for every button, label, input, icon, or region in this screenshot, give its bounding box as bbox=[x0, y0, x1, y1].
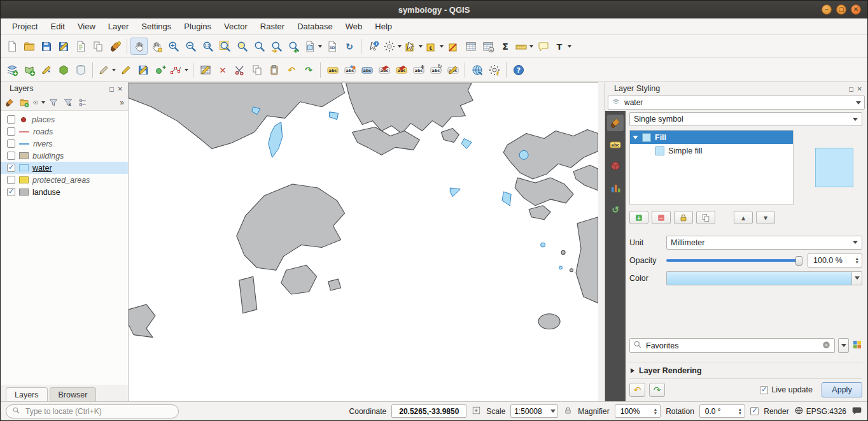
text-annotation-icon[interactable]: T bbox=[552, 38, 573, 55]
symbol-search-box[interactable]: Favorites ✕ bbox=[629, 338, 835, 353]
layer-item-places[interactable]: places bbox=[1, 113, 128, 125]
layer-diagram-icon[interactable]: abc bbox=[341, 61, 358, 78]
symbol-tree-item-fill[interactable]: Fill bbox=[630, 131, 793, 144]
apply-button[interactable]: Apply bbox=[822, 382, 862, 397]
map-tips-icon[interactable] bbox=[535, 38, 552, 55]
layer-name[interactable]: water bbox=[32, 164, 52, 173]
close-button-icon[interactable]: ✕ bbox=[851, 4, 861, 15]
processing-toolbox-icon[interactable] bbox=[486, 61, 503, 78]
slider-handle[interactable] bbox=[795, 256, 802, 266]
menu-project[interactable]: Project bbox=[6, 19, 44, 34]
open-attribute-table-icon[interactable] bbox=[462, 38, 479, 55]
add-vector-layer-icon[interactable]: + bbox=[20, 61, 38, 78]
symbol-group-dropdown-button[interactable] bbox=[838, 338, 849, 353]
unit-combo[interactable]: Millimeter bbox=[666, 236, 862, 250]
lock-symbol-layer-button[interactable] bbox=[674, 211, 693, 224]
run-feature-action-icon[interactable] bbox=[382, 38, 403, 55]
symbol-tree-item-simple-fill[interactable]: Simple fill bbox=[630, 144, 793, 157]
scale-input[interactable] bbox=[511, 406, 550, 417]
highlight-pinned-labels-icon[interactable]: abc bbox=[393, 61, 410, 78]
coordinate-input[interactable] bbox=[391, 404, 466, 418]
help-icon[interactable]: ? bbox=[510, 61, 527, 78]
zoom-to-layer-icon[interactable] bbox=[251, 38, 268, 55]
minimize-button-icon[interactable]: − bbox=[822, 4, 832, 15]
crs-status[interactable]: EPSG:4326 bbox=[794, 406, 846, 417]
symbol-type-combo[interactable]: Single symbol bbox=[629, 112, 862, 126]
measure-line-icon[interactable] bbox=[514, 38, 535, 55]
layer-visibility-checkbox[interactable] bbox=[7, 152, 15, 160]
layer-item-protected_areas[interactable]: protected_areas bbox=[1, 174, 128, 186]
layer-visibility-checkbox[interactable] bbox=[7, 139, 15, 148]
color-dropdown-button[interactable] bbox=[851, 271, 862, 285]
zoom-to-selection-icon[interactable] bbox=[234, 38, 251, 55]
layer-item-landuse[interactable]: landuse bbox=[1, 186, 128, 198]
toolbar-overflow-button[interactable]: » bbox=[120, 98, 125, 107]
menu-edit[interactable]: Edit bbox=[44, 19, 71, 34]
open-layer-styling-icon[interactable] bbox=[3, 96, 16, 109]
rotate-label-icon[interactable]: abc↻ bbox=[427, 61, 444, 78]
maximize-button-icon[interactable]: ▢ bbox=[836, 4, 846, 15]
zoom-in-icon[interactable]: + bbox=[165, 38, 182, 55]
extent-toggle-icon[interactable] bbox=[472, 406, 481, 417]
styling-tab-diagrams-icon[interactable] bbox=[607, 180, 624, 196]
current-edits-icon[interactable] bbox=[96, 61, 117, 78]
toggle-editing-icon[interactable] bbox=[117, 61, 134, 78]
rotation-input[interactable] bbox=[704, 406, 737, 417]
live-update-checkbox[interactable] bbox=[760, 386, 768, 394]
cut-features-icon[interactable] bbox=[231, 61, 248, 78]
move-label-icon[interactable]: abc bbox=[410, 61, 427, 78]
menu-vector[interactable]: Vector bbox=[218, 19, 254, 34]
new-3d-map-view-icon[interactable]: 3D bbox=[323, 38, 340, 55]
undo-icon[interactable]: ↶ bbox=[283, 61, 300, 78]
log-messages-icon[interactable] bbox=[851, 405, 862, 418]
save-layer-edits-icon[interactable] bbox=[134, 61, 151, 78]
pan-map-icon[interactable] bbox=[130, 38, 148, 55]
expand-icon[interactable] bbox=[633, 136, 638, 139]
vertex-tool-icon[interactable] bbox=[169, 61, 190, 78]
open-project-icon[interactable] bbox=[20, 38, 38, 55]
locate-search-input[interactable] bbox=[24, 406, 172, 417]
styling-tab-3d-view-icon[interactable] bbox=[607, 158, 624, 175]
new-geopackage-layer-icon[interactable] bbox=[55, 61, 72, 78]
open-field-calculator-icon[interactable]: = bbox=[479, 38, 496, 55]
layer-visibility-checkbox[interactable] bbox=[7, 115, 15, 124]
panel-tab-browser[interactable]: Browser bbox=[50, 387, 97, 401]
layer-visibility-checkbox[interactable] bbox=[7, 164, 15, 172]
new-map-view-icon[interactable] bbox=[302, 38, 323, 55]
paste-features-icon[interactable] bbox=[265, 61, 283, 78]
layer-name[interactable]: rivers bbox=[33, 139, 53, 148]
layer-labeling-icon[interactable]: abc bbox=[324, 61, 341, 78]
new-shapefile-layer-icon[interactable] bbox=[38, 61, 55, 78]
collapsed-arrow-icon[interactable] bbox=[631, 368, 634, 373]
layer-rendering-section[interactable]: Layer Rendering bbox=[629, 362, 862, 378]
menu-plugins[interactable]: Plugins bbox=[178, 19, 218, 34]
zoom-full-icon[interactable] bbox=[216, 38, 234, 55]
color-button[interactable] bbox=[666, 271, 862, 285]
menu-web[interactable]: Web bbox=[339, 19, 369, 34]
close-panel-icon[interactable]: ✕ bbox=[857, 85, 862, 92]
layer-name[interactable]: protected_areas bbox=[32, 176, 90, 185]
duplicate-symbol-layer-button[interactable] bbox=[696, 211, 715, 224]
menu-help[interactable]: Help bbox=[368, 19, 398, 34]
modify-attributes-icon[interactable] bbox=[197, 61, 214, 78]
style-manager-icon[interactable] bbox=[852, 339, 862, 352]
remove-symbol-layer-button[interactable]: − bbox=[652, 211, 671, 224]
save-project-as-icon[interactable] bbox=[55, 38, 72, 55]
opacity-input[interactable] bbox=[812, 255, 854, 266]
opacity-spinbox[interactable]: ▲▼ bbox=[808, 253, 862, 268]
layer-visibility-checkbox[interactable] bbox=[7, 176, 15, 184]
show-layout-manager-icon[interactable] bbox=[89, 38, 106, 55]
undo-style-button[interactable]: ↶ bbox=[629, 383, 645, 397]
scale-combo[interactable] bbox=[510, 404, 558, 418]
layer-item-water[interactable]: water bbox=[1, 162, 128, 174]
redo-style-button[interactable]: ↷ bbox=[649, 383, 665, 397]
filter-legend-icon[interactable] bbox=[47, 96, 60, 109]
pin-labels-icon[interactable]: abc bbox=[375, 61, 393, 78]
select-features-icon[interactable] bbox=[403, 38, 424, 55]
add-feature-icon[interactable] bbox=[151, 61, 169, 78]
spin-arrows-icon[interactable]: ▲▼ bbox=[854, 257, 860, 264]
select-by-expression-icon[interactable]: ε bbox=[424, 38, 445, 55]
layer-item-roads[interactable]: roads bbox=[1, 125, 128, 138]
layer-name[interactable]: buildings bbox=[32, 152, 64, 161]
menu-settings[interactable]: Settings bbox=[135, 19, 178, 34]
